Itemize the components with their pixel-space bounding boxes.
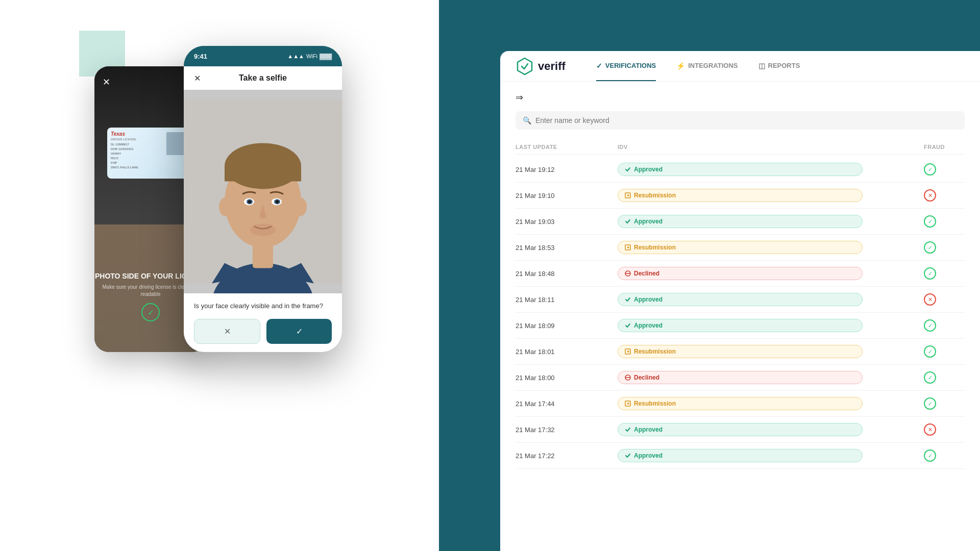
veriff-logo-icon xyxy=(516,57,534,76)
wifi-icon: WiFi xyxy=(306,53,317,59)
license-card: Texas DRIVER LICENSE DL 12888817 DOB 12/… xyxy=(107,128,189,179)
nav-integrations-label: INTEGRATIONS xyxy=(688,62,738,69)
integrations-icon: ⚡ xyxy=(676,62,685,70)
selfie-image-area xyxy=(184,90,342,293)
dashboard-card: veriff ✓ VERIFICATIONS ⚡ INTEGRATIONS ◫ … xyxy=(500,51,980,551)
row-idv-badge: Approved xyxy=(618,215,863,228)
row-fraud-status: ✓ xyxy=(924,241,965,254)
fraud-check-icon: ✓ xyxy=(924,449,936,462)
selfie-no-button[interactable]: ✕ xyxy=(194,319,260,344)
table-row[interactable]: 21 Mar 18:53 Resubmission ✓ xyxy=(516,235,965,261)
table-row[interactable]: 21 Mar 17:44 Resubmission ✓ xyxy=(516,391,965,417)
row-fraud-status: ✓ xyxy=(924,397,965,410)
row-fraud-status: ✓ xyxy=(924,345,965,358)
nav-reports[interactable]: ◫ REPORTS xyxy=(758,52,800,81)
selfie-yes-button[interactable]: ✓ xyxy=(266,319,332,344)
table-row[interactable]: 21 Mar 19:10 Resubmission ✕ xyxy=(516,183,965,209)
nav-reports-label: REPORTS xyxy=(768,62,800,69)
selfie-face-svg xyxy=(184,90,342,293)
row-fraud-status: ✓ xyxy=(924,163,965,176)
nav-verifications[interactable]: ✓ VERIFICATIONS xyxy=(596,52,656,81)
fraud-x-icon: ✕ xyxy=(924,423,936,436)
table-row[interactable]: 21 Mar 19:12 Approved ✓ xyxy=(516,157,965,183)
table-row[interactable]: 21 Mar 18:00 Declined ✓ xyxy=(516,365,965,391)
phone-status-bar: 9:41 ▲▲▲ WiFi ▓▓▓ xyxy=(184,46,342,66)
svg-point-11 xyxy=(276,200,279,203)
check-circle: ✓ xyxy=(141,303,160,321)
phone-action-buttons: ✕ ✓ xyxy=(194,319,332,344)
row-timestamp: 21 Mar 19:03 xyxy=(516,218,618,226)
yes-icon: ✓ xyxy=(296,327,303,336)
table-row[interactable]: 21 Mar 17:22 Approved ✓ xyxy=(516,443,965,469)
row-fraud-status: ✓ xyxy=(924,267,965,280)
dashboard-nav: veriff ✓ VERIFICATIONS ⚡ INTEGRATIONS ◫ … xyxy=(500,51,980,82)
row-idv-badge: Approved xyxy=(618,423,863,436)
nav-integrations[interactable]: ⚡ INTEGRATIONS xyxy=(676,52,738,81)
license-photo xyxy=(166,132,184,155)
table-row[interactable]: 21 Mar 19:03 Approved ✓ xyxy=(516,209,965,235)
row-timestamp: 21 Mar 18:01 xyxy=(516,348,618,356)
row-timestamp: 21 Mar 18:11 xyxy=(516,296,618,304)
row-idv-badge: Declined xyxy=(618,371,863,384)
table-row[interactable]: 21 Mar 18:01 Resubmission ✓ xyxy=(516,339,965,365)
svg-rect-5 xyxy=(225,166,301,181)
fraud-x-icon: ✕ xyxy=(924,293,936,306)
row-timestamp: 21 Mar 17:22 xyxy=(516,452,618,460)
svg-point-12 xyxy=(250,223,276,236)
table-row[interactable]: 21 Mar 18:09 Approved ✓ xyxy=(516,313,965,339)
row-idv-badge: Approved xyxy=(618,449,863,462)
row-timestamp: 21 Mar 19:10 xyxy=(516,192,618,199)
row-fraud-status: ✕ xyxy=(924,423,965,436)
row-timestamp: 21 Mar 17:32 xyxy=(516,426,618,434)
row-idv-badge: Resubmission xyxy=(618,345,863,358)
row-fraud-status: ✓ xyxy=(924,449,965,462)
svg-point-13 xyxy=(219,197,231,216)
close-icon-front[interactable]: ✕ xyxy=(194,73,201,83)
search-bar: 🔍 xyxy=(516,111,965,130)
svg-point-10 xyxy=(248,200,251,203)
row-fraud-status: ✕ xyxy=(924,189,965,202)
phone-header: ✕ Take a selfie xyxy=(184,66,342,90)
selfie-question: Is your face clearly visible and in the … xyxy=(194,302,332,311)
phone-front: 9:41 ▲▲▲ WiFi ▓▓▓ ✕ Take a selfie xyxy=(184,46,342,352)
fraud-check-icon: ✓ xyxy=(924,241,936,254)
row-fraud-status: ✓ xyxy=(924,319,965,332)
phone-status-icons: ▲▲▲ WiFi ▓▓▓ xyxy=(287,53,332,59)
veriff-logo-text: veriff xyxy=(538,60,566,73)
no-icon: ✕ xyxy=(224,327,231,336)
row-idv-badge: Resubmission xyxy=(618,241,863,254)
row-idv-badge: Resubmission xyxy=(618,397,863,410)
row-fraud-status: ✓ xyxy=(924,371,965,384)
table-row[interactable]: 21 Mar 18:11 Approved ✕ xyxy=(516,287,965,313)
fraud-check-icon: ✓ xyxy=(924,215,936,228)
svg-point-14 xyxy=(295,197,307,216)
row-timestamp: 21 Mar 19:12 xyxy=(516,166,618,173)
table-row[interactable]: 21 Mar 18:48 Declined ✓ xyxy=(516,261,965,287)
phone-screen-title: Take a selfie xyxy=(239,73,287,83)
table-body: 21 Mar 19:12 Approved ✓ 21 Mar 19:10 Res… xyxy=(516,157,965,469)
phone-screen: ✕ Take a selfie xyxy=(184,66,342,352)
row-timestamp: 21 Mar 18:48 xyxy=(516,270,618,278)
col-idv: IDV xyxy=(618,144,863,150)
fraud-check-icon: ✓ xyxy=(924,319,936,332)
search-input[interactable] xyxy=(535,116,958,124)
row-idv-badge: Approved xyxy=(618,293,863,306)
expand-icon[interactable]: ⇒ xyxy=(516,92,965,103)
fraud-check-icon: ✓ xyxy=(924,371,936,384)
fraud-check-icon: ✓ xyxy=(924,163,936,176)
fraud-x-icon: ✕ xyxy=(924,189,936,202)
row-fraud-status: ✕ xyxy=(924,293,965,306)
phone-time: 9:41 xyxy=(194,53,207,60)
row-timestamp: 21 Mar 18:09 xyxy=(516,322,618,330)
table-row[interactable]: 21 Mar 17:32 Approved ✕ xyxy=(516,417,965,443)
right-section: veriff ✓ VERIFICATIONS ⚡ INTEGRATIONS ◫ … xyxy=(439,0,980,551)
row-idv-badge: Approved xyxy=(618,319,863,332)
col-fraud: FRAUD xyxy=(924,144,965,150)
row-timestamp: 21 Mar 18:00 xyxy=(516,374,618,382)
fraud-check-icon: ✓ xyxy=(924,397,936,410)
close-icon-back[interactable]: ✕ xyxy=(103,77,110,88)
col-empty xyxy=(863,144,924,150)
verifications-icon: ✓ xyxy=(596,62,602,70)
reports-icon: ◫ xyxy=(758,62,765,70)
signal-icon: ▲▲▲ xyxy=(287,53,304,59)
